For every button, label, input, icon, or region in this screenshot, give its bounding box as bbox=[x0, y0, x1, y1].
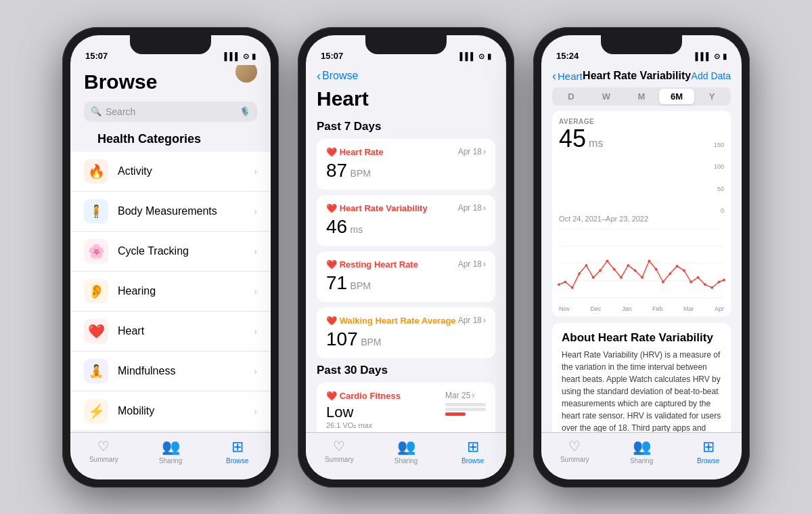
hearing-icon: 👂 bbox=[84, 279, 108, 303]
category-hearing-label: Hearing bbox=[118, 285, 254, 297]
svg-point-8 bbox=[578, 272, 581, 275]
svg-point-18 bbox=[648, 259, 650, 262]
chevron-icon: › bbox=[254, 206, 257, 217]
heart-rate-unit: BPM bbox=[351, 168, 371, 179]
svg-point-26 bbox=[704, 283, 706, 286]
back-label-heart: Browse bbox=[322, 70, 358, 82]
chart-area: AVERAGE 45 ms 150 100 50 0 Oct 24, 2021–… bbox=[552, 111, 731, 316]
browse-title: Browse bbox=[84, 70, 157, 93]
metric-card-resting[interactable]: ❤️ Resting Heart Rate Apr 18 › 71 BPM bbox=[317, 251, 495, 302]
notch bbox=[130, 35, 211, 54]
search-bar[interactable]: 🔍 Search 🎙️ bbox=[84, 102, 257, 122]
chevron-icon: › bbox=[254, 366, 257, 377]
nav-summary-label-3: Summary bbox=[560, 456, 589, 463]
svg-point-19 bbox=[655, 267, 658, 270]
battery-icon: ▮ bbox=[252, 52, 256, 61]
nav-browse-label-3: Browse bbox=[697, 457, 719, 465]
cardio-card[interactable]: ❤️ Cardio Fitness Low 26.1 VO₂ max Mar 2… bbox=[317, 383, 495, 432]
body-measurements-icon: 🧍 bbox=[84, 199, 108, 223]
hrv-back-label: Heart bbox=[558, 70, 583, 82]
status-time-2: 15:07 bbox=[321, 51, 343, 61]
phone-heart: 15:07 ▌▌▌ ⊙ ▮ ‹ Browse Heart Past 7 Days… bbox=[298, 27, 514, 488]
status-icons-3: ▌▌▌ ⊙ ▮ bbox=[696, 52, 727, 61]
hrv-add-data-button[interactable]: Add Data bbox=[692, 70, 731, 81]
nav-sharing-1[interactable]: 👥 Sharing bbox=[137, 438, 204, 465]
svg-point-20 bbox=[662, 280, 664, 283]
period-w[interactable]: W bbox=[589, 89, 624, 104]
metric-card-walking[interactable]: ❤️ Walking Heart Rate Average Apr 18 › 1… bbox=[317, 307, 495, 358]
heart-rate-value: 87 bbox=[326, 160, 347, 181]
status-icons-1: ▌▌▌ ⊙ ▮ bbox=[225, 52, 256, 61]
nav-sharing-label-1: Sharing bbox=[159, 457, 182, 465]
hrv-date: Apr 18 › bbox=[458, 203, 486, 213]
category-mobility[interactable]: ⚡ Mobility › bbox=[70, 391, 271, 431]
avatar[interactable] bbox=[235, 65, 257, 83]
period-6m[interactable]: 6M bbox=[659, 89, 694, 104]
nav-summary-label-1: Summary bbox=[89, 456, 118, 463]
svg-point-9 bbox=[585, 264, 587, 267]
svg-point-17 bbox=[641, 276, 644, 278]
cycle-tracking-icon: 🌸 bbox=[84, 239, 108, 263]
mic-icon: 🎙️ bbox=[240, 106, 250, 116]
mindfulness-icon: 🧘 bbox=[84, 359, 108, 383]
browse-icon-2: ⊞ bbox=[467, 438, 479, 456]
nav-summary-3[interactable]: ♡ Summary bbox=[541, 438, 608, 463]
walking-date: Apr 18 › bbox=[458, 316, 486, 325]
heart-page-title: Heart bbox=[317, 87, 495, 110]
past30-label: Past 30 Days bbox=[317, 364, 495, 377]
metric-card-hrv[interactable]: ❤️ Heart Rate Variability Apr 18 › 46 ms bbox=[317, 195, 495, 246]
nav-sharing-label-3: Sharing bbox=[630, 457, 653, 465]
category-heart[interactable]: ❤️ Heart › bbox=[70, 312, 271, 351]
nav-browse-3[interactable]: ⊞ Browse bbox=[675, 438, 742, 465]
browse-icon-3: ⊞ bbox=[702, 438, 715, 456]
category-cycle-tracking[interactable]: 🌸 Cycle Tracking › bbox=[70, 232, 271, 272]
svg-point-16 bbox=[634, 269, 637, 272]
chart-value: 45 bbox=[559, 125, 586, 152]
resting-value: 71 bbox=[326, 272, 347, 293]
about-text: Heart Rate Variability (HRV) is a measur… bbox=[562, 349, 721, 432]
health-categories-title: Health Categories bbox=[84, 132, 215, 152]
chevron-icon: › bbox=[254, 166, 257, 177]
category-activity[interactable]: 🔥 Activity › bbox=[70, 152, 271, 192]
category-mindfulness[interactable]: 🧘 Mindfulness › bbox=[70, 351, 271, 391]
chevron-icon: › bbox=[254, 286, 257, 297]
section-separator-health: Health Categories bbox=[70, 133, 271, 152]
nav-sharing-2[interactable]: 👥 Sharing bbox=[373, 438, 440, 465]
about-title: About Heart Rate Variability bbox=[562, 331, 721, 345]
heart-rate-name: ❤️ Heart Rate bbox=[326, 147, 384, 157]
cardio-right: Mar 25 › bbox=[445, 391, 486, 416]
period-d[interactable]: D bbox=[554, 89, 589, 104]
category-activity-label: Activity bbox=[118, 165, 254, 177]
nav-summary-label-2: Summary bbox=[325, 456, 354, 463]
svg-point-29 bbox=[723, 278, 725, 281]
back-button-heart[interactable]: ‹ Browse bbox=[317, 69, 358, 83]
x-label-feb: Feb bbox=[652, 305, 663, 312]
walking-name: ❤️ Walking Heart Rate Average bbox=[326, 316, 456, 326]
heart-nav: ‹ Browse bbox=[306, 65, 506, 87]
hrv-back-chevron: ‹ bbox=[552, 69, 556, 83]
browse-icon: ⊞ bbox=[231, 438, 244, 456]
category-body-measurements[interactable]: 🧍 Body Measurements › bbox=[70, 192, 271, 232]
walking-unit: BPM bbox=[361, 337, 381, 347]
period-m[interactable]: M bbox=[624, 89, 659, 104]
back-button-hrv[interactable]: ‹ Heart bbox=[552, 69, 583, 83]
nav-browse-1[interactable]: ⊞ Browse bbox=[204, 438, 271, 465]
cardio-bar-mini bbox=[445, 403, 486, 416]
resting-unit: BPM bbox=[351, 280, 371, 291]
nav-summary-1[interactable]: ♡ Summary bbox=[70, 438, 137, 463]
svg-point-10 bbox=[592, 276, 595, 278]
nav-browse-2[interactable]: ⊞ Browse bbox=[439, 438, 506, 465]
nav-summary-2[interactable]: ♡ Summary bbox=[306, 438, 373, 463]
metric-card-heart-rate[interactable]: ❤️ Heart Rate Apr 18 › 87 BPM bbox=[317, 139, 495, 190]
past7-label: Past 7 Days bbox=[317, 120, 495, 133]
nav-sharing-3[interactable]: 👥 Sharing bbox=[608, 438, 675, 465]
period-y[interactable]: Y bbox=[694, 89, 729, 104]
sharing-icon: 👥 bbox=[162, 438, 180, 456]
category-heart-label: Heart bbox=[118, 325, 254, 337]
back-chevron-icon: ‹ bbox=[317, 69, 321, 83]
category-hearing[interactable]: 👂 Hearing › bbox=[70, 272, 271, 312]
x-label-nov: Nov bbox=[559, 305, 570, 312]
status-time-3: 15:24 bbox=[556, 51, 579, 61]
wifi-icon-2: ⊙ bbox=[478, 52, 484, 61]
wifi-icon: ⊙ bbox=[243, 52, 249, 61]
